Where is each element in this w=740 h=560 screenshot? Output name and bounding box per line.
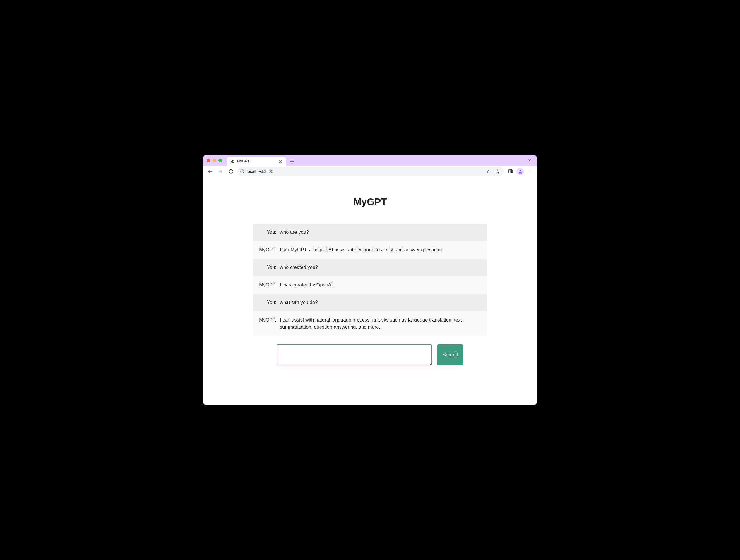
chat-message: MyGPT: I am MyGPT, a helpful AI assistan… — [253, 241, 487, 259]
svg-point-15 — [530, 170, 531, 170]
chat-message: You: who created you? — [253, 259, 487, 276]
submit-button[interactable]: Submit — [437, 344, 463, 365]
reload-button[interactable] — [226, 167, 236, 176]
message-text: who are you? — [280, 229, 481, 236]
close-tab-icon[interactable] — [278, 160, 283, 163]
message-text: I was created by OpenAI. — [280, 282, 481, 289]
chat-message: You: who are you? — [253, 224, 487, 241]
address-text: localhost:3000 — [247, 169, 273, 174]
message-role-label: You: — [256, 264, 276, 271]
svg-marker-11 — [495, 170, 499, 173]
chat-messages: You: who are you? MyGPT: I am MyGPT, a h… — [253, 224, 487, 336]
message-text: I am MyGPT, a helpful AI assistant desig… — [280, 246, 481, 253]
side-panel-icon[interactable] — [506, 167, 515, 176]
site-info-icon[interactable] — [240, 169, 245, 174]
address-bar[interactable]: localhost:3000 — [237, 167, 504, 176]
close-window-button[interactable] — [207, 158, 210, 162]
message-text: what can you do? — [280, 299, 481, 306]
page-content: MyGPT You: who are you? MyGPT: I am MyGP… — [203, 177, 537, 405]
svg-rect-13 — [511, 170, 512, 173]
browser-tab[interactable]: MyGPT — [227, 156, 286, 166]
forward-button[interactable] — [216, 167, 225, 176]
window-controls — [207, 155, 227, 166]
message-role-label: MyGPT: — [256, 282, 276, 289]
fullscreen-window-button[interactable] — [218, 158, 222, 162]
chat-message: MyGPT: I can assist with natural languag… — [253, 311, 487, 336]
profile-avatar[interactable] — [517, 167, 524, 175]
svg-point-14 — [519, 170, 521, 172]
message-role-label: You: — [256, 299, 276, 306]
message-text: I can assist with natural language proce… — [280, 317, 481, 331]
message-role-label: You: — [256, 229, 276, 236]
chat-message: You: what can you do? — [253, 294, 487, 311]
kebab-menu-icon[interactable] — [526, 167, 535, 176]
browser-toolbar: localhost:3000 — [203, 166, 537, 177]
svg-point-17 — [530, 172, 531, 173]
page-title: MyGPT — [253, 196, 487, 207]
tab-title: MyGPT — [237, 159, 276, 163]
message-text: who created you? — [280, 264, 481, 271]
bookmark-icon[interactable] — [493, 167, 501, 175]
chat-message: MyGPT: I was created by OpenAI. — [253, 276, 487, 294]
prompt-input[interactable] — [277, 344, 432, 365]
minimize-window-button[interactable] — [212, 158, 216, 162]
tabs-menu-button[interactable] — [528, 155, 533, 166]
browser-window: MyGPT localhost:3000 — [203, 155, 537, 405]
svg-point-16 — [530, 171, 531, 172]
message-role-label: MyGPT: — [256, 317, 276, 331]
tab-strip: MyGPT — [203, 155, 537, 166]
share-icon[interactable] — [485, 167, 492, 175]
message-role-label: MyGPT: — [256, 246, 276, 253]
tab-favicon — [230, 159, 235, 163]
new-tab-button[interactable] — [288, 157, 296, 165]
input-row: Submit — [253, 344, 487, 365]
back-button[interactable] — [205, 167, 214, 176]
